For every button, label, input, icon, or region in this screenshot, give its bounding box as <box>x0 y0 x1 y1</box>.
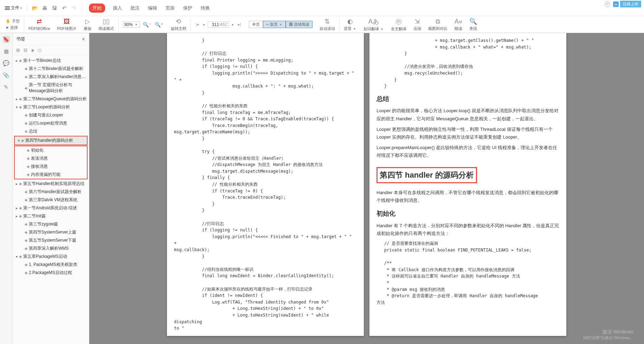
bookmark-node[interactable]: ◈2.PackageMS启动过程 <box>13 269 89 277</box>
search-icon: 🔍 <box>469 18 477 25</box>
bookmark-panel-icon[interactable]: 🔖 <box>3 36 10 43</box>
read-mode[interactable]: ▯▯阅读模式 <box>96 18 117 31</box>
pdf-to-image[interactable]: 🖼PDF转图片 <box>54 18 79 31</box>
bookmark-node[interactable]: ◈第四章深入解析WMS <box>13 244 89 253</box>
background[interactable]: ◐背景 ▾ <box>341 18 359 31</box>
autoscroll[interactable]: ⇅自动滚动 <box>317 18 338 31</box>
play[interactable]: ▷播放 <box>81 18 94 31</box>
bookmark-node[interactable]: ▸◈第一节Android系统启动-综述 <box>13 204 89 212</box>
bookmark-node[interactable]: ◈初始化 <box>15 146 87 154</box>
zoom-out-icon[interactable]: 🔍⁻ <box>143 22 151 27</box>
pdf-to-office[interactable]: ⇄PDF转Office <box>26 18 53 31</box>
select-tool[interactable]: ➤选择 <box>6 25 18 30</box>
page-left: } // 打印日志 final Printer logging = me.mLo… <box>167 33 364 336</box>
compress[interactable]: ⇲压缩 <box>411 18 424 31</box>
double-page-btn[interactable]: ▫▫ 双页 ▾ <box>263 21 286 28</box>
cloud-icon[interactable]: ∞ <box>613 1 619 7</box>
tree-twisty-icon[interactable]: ▸ <box>15 97 18 101</box>
section-heading-highlighted: 第四节 handler 的源码分析 <box>376 167 477 183</box>
prev-page-icon[interactable]: ◂ <box>202 23 206 26</box>
page-number-input[interactable]: 311/452 <box>208 21 229 28</box>
tree-twisty-icon[interactable]: ▸ <box>15 59 18 63</box>
zoom-input[interactable]: 90% ▾ <box>123 21 140 28</box>
bookmark-node[interactable]: ◈第四节SystemServer上篇 <box>13 228 89 236</box>
full-translate[interactable]: ㊥全文翻译 <box>388 17 409 32</box>
bookmark-node[interactable]: ◈第六节Handler面试题全解析 <box>13 188 89 196</box>
delete-bookmark-icon[interactable]: ⊟ <box>24 47 27 53</box>
screenshot-compare[interactable]: ⧉截图和对比 <box>425 18 450 31</box>
bookmark-node[interactable]: ◈第三节zygote篇 <box>13 220 89 228</box>
document-viewer[interactable]: } // 打印日志 final Printer logging = me.mLo… <box>89 33 644 344</box>
read-aloud[interactable]: A»朗读 <box>452 18 465 31</box>
attachment-panel-icon[interactable]: 📎 <box>3 72 10 79</box>
first-page-icon[interactable]: |◂ <box>195 23 200 26</box>
code-block: // 是否需要查找潜在的漏洞 private static final bool… <box>376 240 559 306</box>
tab-start[interactable]: 开始 <box>89 4 105 13</box>
bookmark-node[interactable]: ◈第一节 宏观理论分析与Message源码分析 <box>13 81 89 95</box>
bookmark-outline-icon[interactable]: ◇ <box>38 47 41 53</box>
bookmark-node[interactable]: ◈总结 <box>13 127 89 135</box>
bookmark-icon: ◈ <box>25 222 27 227</box>
bookmark-node[interactable]: ▸◈第二节MessageQueue的源码分析 <box>13 95 89 103</box>
bookmark-node[interactable]: ◈创建与退出Looper <box>13 111 89 119</box>
bookmark-icon: ◈ <box>19 58 22 63</box>
bookmark-node[interactable]: ◈运行Looper处理消息 <box>13 119 89 127</box>
tab-protect[interactable]: 保护 <box>182 4 193 13</box>
separator <box>118 18 118 31</box>
last-page-icon[interactable]: ▸| <box>237 23 242 26</box>
bookmark-icon[interactable]: ◈ <box>31 47 34 53</box>
bookmark-node[interactable]: ◈第二章深入解析Handler消息机制 <box>13 73 89 81</box>
sync-icon[interactable]: ⟳ <box>605 1 610 7</box>
bookmark-icon: ◈ <box>25 190 27 194</box>
tab-convert[interactable]: 转换 <box>200 4 211 13</box>
open-icon[interactable]: 📂 <box>32 5 38 11</box>
cloud-upload-label[interactable]: 拉格上传 <box>620 1 641 7</box>
tab-page[interactable]: 页面 <box>165 4 175 13</box>
hand-select-group: ✋手型 ➤选择 <box>3 19 22 30</box>
bookmark-node[interactable]: ▸◈第二节Init篇 <box>13 212 89 220</box>
bookmark-node[interactable]: ◈接收消息 <box>15 163 87 171</box>
bookmark-icon: ◈ <box>25 129 27 134</box>
bookmark-node[interactable]: ▾◈第五章PackageMS启动 <box>13 253 89 261</box>
chevron-down-icon[interactable]: ▾ <box>134 23 138 26</box>
next-page-icon[interactable]: ▸ <box>231 23 235 26</box>
separator <box>82 5 82 11</box>
comment-panel-icon[interactable]: 💬 <box>3 60 10 67</box>
save-icon[interactable]: 🖫 <box>52 5 57 11</box>
bookmark-node[interactable]: ▾◈第四节handler的源码分析 <box>15 136 87 145</box>
rotate[interactable]: ⟲旋转文档 <box>168 18 189 31</box>
word-translate[interactable]: Aあ划词翻译 ▾ <box>361 17 387 32</box>
find[interactable]: 🔍查找 <box>466 18 480 31</box>
tree-twisty-icon[interactable]: ▸ <box>15 206 18 210</box>
bookmark-label: 第二节Init篇 <box>23 213 87 219</box>
bookmark-node[interactable]: ▸◈第十一节Binder总结 <box>13 57 89 65</box>
bookmark-node[interactable]: ◈第三章Dalvik VM进程系统 <box>13 196 89 204</box>
bookmark-node[interactable]: ◈内存泄漏的可能 <box>15 171 87 179</box>
tree-twisty-icon[interactable]: ▾ <box>17 139 20 142</box>
hand-tool[interactable]: ✋手型 <box>6 19 20 24</box>
zoom-in-icon[interactable]: 🔍⁺ <box>155 22 163 27</box>
bookmark-node[interactable]: ▸◈第五节Handler机制实现原理总结 <box>13 180 89 188</box>
bookmark-node[interactable]: ◈第五节SystemServer下篇 <box>13 236 89 244</box>
add-bookmark-icon[interactable]: ⊞ <box>16 47 20 53</box>
tree-twisty-icon[interactable]: ▾ <box>15 105 18 109</box>
bookmark-node[interactable]: ◈第十二节Binder面试题全解析 <box>13 65 89 73</box>
thumbnail-panel-icon[interactable]: ▦ <box>3 48 10 55</box>
close-icon[interactable]: ✕ <box>82 37 85 42</box>
continuous-btn[interactable]: ☰ 连续阅读 <box>286 21 313 28</box>
bookmark-node[interactable]: ◈1. PackageMS相关框架类 <box>13 261 89 269</box>
print-icon[interactable]: 🖶 <box>42 5 47 11</box>
single-page-btn[interactable]: 单页 <box>249 21 263 28</box>
tree-twisty-icon[interactable]: ▸ <box>15 182 18 186</box>
bookmark-node[interactable]: ◈发送消息 <box>15 154 87 163</box>
tab-comment[interactable]: 批注 <box>130 4 140 13</box>
bookmark-node[interactable]: ▾◈第三节Looper的源码分析 <box>13 103 89 111</box>
file-menu[interactable]: 文件 ▾ <box>3 4 24 12</box>
tree-twisty-icon[interactable]: ▾ <box>15 255 18 259</box>
redo-icon[interactable]: ↷ <box>71 5 77 11</box>
tab-insert[interactable]: 插入 <box>112 4 123 13</box>
tree-twisty-icon[interactable]: ▸ <box>15 214 18 218</box>
undo-icon[interactable]: ↶ <box>62 5 67 11</box>
signature-panel-icon[interactable]: ✎ <box>3 84 10 91</box>
tab-edit[interactable]: 编辑 <box>147 4 158 13</box>
